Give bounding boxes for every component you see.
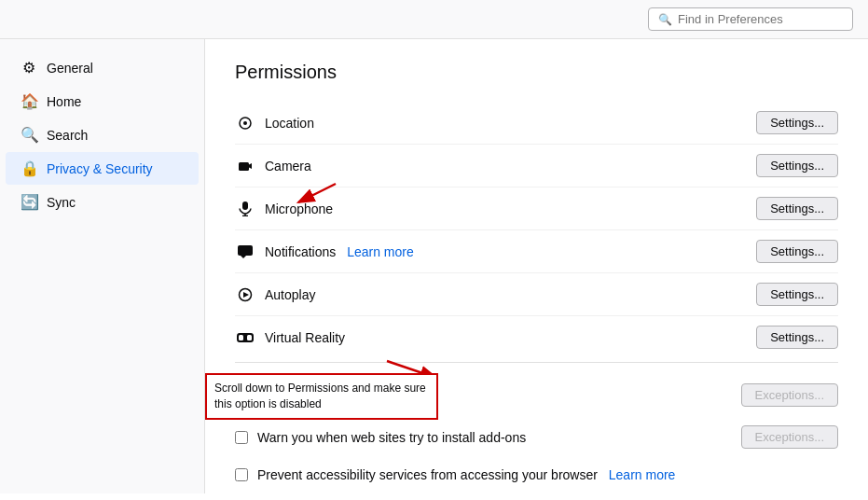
- home-icon: 🏠: [21, 92, 37, 110]
- permissions-list: Location Settings... Camera Settings... …: [235, 102, 838, 358]
- accessibility-learn-more-link[interactable]: Learn more: [609, 467, 676, 482]
- svg-marker-3: [249, 163, 252, 169]
- notifications-settings-button[interactable]: Settings...: [756, 240, 838, 263]
- autoplay-icon: [235, 285, 255, 305]
- vr-label: Virtual Reality: [265, 330, 756, 345]
- sidebar-item-search[interactable]: 🔍 Search: [6, 118, 199, 151]
- sidebar-item-sync[interactable]: 🔄 Sync: [6, 186, 199, 218]
- lock-icon: 🔒: [21, 160, 37, 177]
- location-settings-button[interactable]: Settings...: [756, 111, 838, 134]
- notifications-icon: [235, 242, 255, 262]
- permission-row-notifications: Notifications Learn more Settings...: [235, 230, 838, 273]
- prevent-accessibility-checkbox[interactable]: [235, 468, 248, 481]
- checkbox-row-prevent-accessibility: Prevent accessibility services from acce…: [235, 458, 838, 492]
- permission-row-camera: Camera Settings...: [235, 145, 838, 188]
- annotation-text: Scroll down to Permissions and make sure…: [214, 382, 426, 410]
- permission-row-microphone: Microphone Settings...: [235, 188, 838, 230]
- svg-rect-13: [247, 335, 252, 340]
- warn-addons-label: Warn you when web sites try to install a…: [257, 430, 741, 445]
- sidebar-item-label-home: Home: [47, 94, 81, 109]
- top-bar: 🔍: [0, 0, 868, 39]
- sidebar-item-label-privacy: Privacy & Security: [47, 161, 153, 176]
- camera-label: Camera: [265, 159, 756, 174]
- location-icon: [235, 113, 255, 133]
- svg-point-1: [243, 121, 247, 125]
- vr-icon: [235, 327, 255, 348]
- notifications-learn-more-link[interactable]: Learn more: [347, 244, 414, 259]
- svg-rect-12: [239, 335, 243, 340]
- microphone-label: Microphone: [265, 201, 756, 216]
- checkbox-row-warn-addons: Warn you when web sites try to install a…: [235, 416, 838, 458]
- vr-settings-button[interactable]: Settings...: [756, 326, 838, 349]
- sidebar-item-general[interactable]: ⚙ General: [6, 51, 199, 84]
- warn-addons-checkbox[interactable]: [235, 431, 248, 444]
- svg-rect-2: [239, 162, 249, 171]
- svg-rect-4: [242, 201, 248, 210]
- microphone-settings-button[interactable]: Settings...: [756, 197, 838, 220]
- sidebar-item-label-sync: Sync: [47, 195, 76, 210]
- svg-marker-10: [243, 292, 249, 298]
- notifications-label: Notifications Learn more: [265, 244, 756, 259]
- autoplay-label: Autoplay: [265, 287, 756, 302]
- section-title: Permissions: [235, 62, 838, 83]
- sync-icon: 🔄: [21, 193, 37, 211]
- sidebar-item-privacy[interactable]: 🔒 Privacy & Security: [6, 152, 199, 185]
- permission-row-autoplay: Autoplay Settings...: [235, 273, 838, 316]
- search-icon: 🔍: [658, 13, 672, 26]
- camera-icon: [235, 156, 255, 176]
- sidebar-item-home[interactable]: 🏠 Home: [6, 85, 199, 118]
- warn-addons-exceptions-button[interactable]: Exceptions...: [741, 425, 838, 449]
- permissions-divider: [235, 362, 838, 363]
- permission-row-vr: Virtual Reality Settings...: [235, 316, 838, 358]
- block-popup-exceptions-button[interactable]: Exceptions...: [741, 383, 838, 407]
- search-nav-icon: 🔍: [21, 126, 37, 144]
- location-label: Location: [265, 116, 756, 131]
- svg-rect-7: [238, 245, 253, 256]
- sidebar: ⚙ General 🏠 Home 🔍 Search 🔒 Privacy & Se…: [0, 39, 205, 493]
- prevent-accessibility-label: Prevent accessibility services from acce…: [257, 467, 838, 482]
- permission-row-location: Location Settings...: [235, 102, 838, 145]
- sidebar-item-label-general: General: [47, 61, 93, 76]
- find-in-preferences-input[interactable]: [678, 12, 843, 26]
- microphone-icon: [235, 199, 255, 219]
- general-icon: ⚙: [21, 59, 37, 76]
- annotation-box: Scroll down to Permissions and make sure…: [205, 373, 438, 420]
- sidebar-item-label-search: Search: [47, 128, 88, 143]
- content-area: Permissions Location Settings... Camera …: [205, 39, 868, 493]
- svg-marker-8: [241, 256, 246, 258]
- main-layout: ⚙ General 🏠 Home 🔍 Search 🔒 Privacy & Se…: [0, 39, 868, 493]
- camera-settings-button[interactable]: Settings...: [756, 154, 838, 177]
- find-in-preferences-box[interactable]: 🔍: [648, 7, 853, 31]
- autoplay-settings-button[interactable]: Settings...: [756, 283, 838, 306]
